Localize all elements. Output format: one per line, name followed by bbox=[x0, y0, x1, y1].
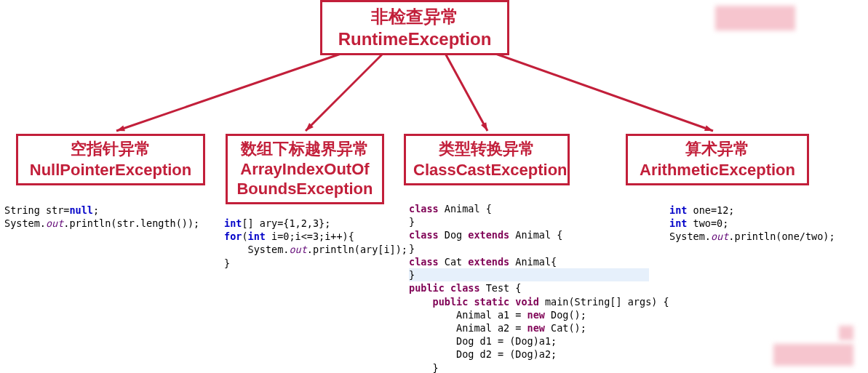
child-title-en: ClassCastException bbox=[413, 160, 560, 181]
svg-line-6 bbox=[487, 51, 713, 131]
code-sample-cce: class Animal { } class Dog extends Anima… bbox=[409, 202, 669, 373]
code-sample-ae: int one=12; int two=0; System.out.printl… bbox=[669, 204, 835, 244]
svg-marker-7 bbox=[704, 125, 713, 131]
child-node-aioobe: 数组下标越界异常 ArrayIndexOutOf BoundsException bbox=[226, 134, 384, 204]
child-title-en: ArithmeticException bbox=[635, 160, 800, 181]
code-sample-aioobe: int[] ary={1,2,3}; for(int i=0;i<=3;i++)… bbox=[224, 217, 407, 270]
svg-line-2 bbox=[306, 51, 386, 131]
svg-marker-1 bbox=[116, 125, 125, 131]
svg-marker-5 bbox=[481, 122, 487, 131]
svg-line-0 bbox=[116, 51, 349, 131]
watermark-blur bbox=[839, 326, 853, 340]
child-title-cn: 空指针异常 bbox=[25, 139, 196, 160]
child-node-npe: 空指针异常 NullPointerException bbox=[16, 134, 205, 185]
child-title-cn: 类型转换异常 bbox=[413, 139, 560, 160]
child-title-en: ArrayIndexOutOf BoundsException bbox=[235, 159, 375, 199]
svg-marker-3 bbox=[306, 123, 314, 131]
child-title-cn: 数组下标越界异常 bbox=[235, 139, 375, 159]
child-title-en: NullPointerException bbox=[25, 160, 196, 181]
code-sample-npe: String str=null; System.out.println(str.… bbox=[4, 204, 199, 230]
child-node-ae: 算术异常 ArithmeticException bbox=[626, 134, 809, 185]
child-title-cn: 算术异常 bbox=[635, 139, 800, 160]
root-title-cn: 非检查异常 bbox=[330, 5, 500, 28]
root-node: 非检查异常 RuntimeException bbox=[320, 0, 509, 55]
child-node-cce: 类型转换异常 ClassCastException bbox=[404, 134, 570, 185]
root-title-en: RuntimeException bbox=[330, 28, 500, 50]
watermark-blur bbox=[773, 344, 853, 366]
svg-line-4 bbox=[444, 51, 487, 131]
watermark-blur bbox=[715, 6, 795, 31]
